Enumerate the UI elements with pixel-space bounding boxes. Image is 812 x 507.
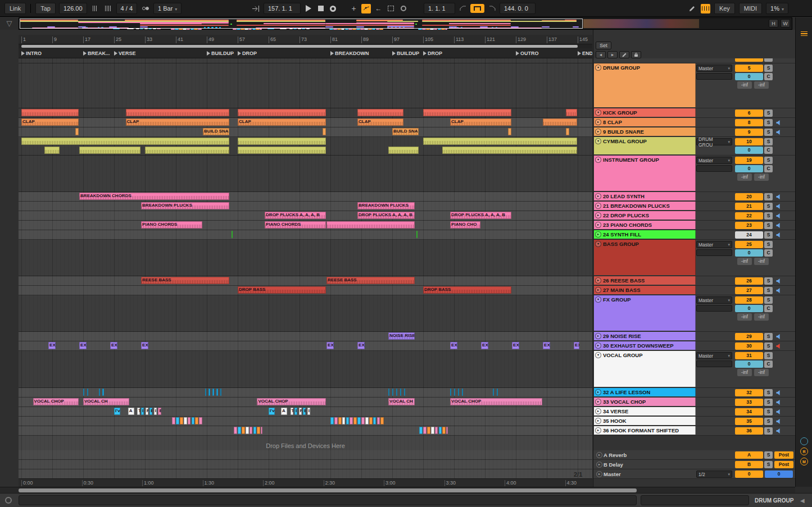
return-badge-box[interactable]: B: [735, 461, 763, 468]
track-name-area[interactable]: ▸26 REESE BASS: [594, 276, 696, 285]
loop-switch[interactable]: [470, 4, 484, 13]
clip-breakdown-chords[interactable]: BREAKDOWN CHORDS: [79, 193, 229, 200]
clip-vocal-chop[interactable]: VOCAL CHOP: [33, 398, 79, 405]
lane-cymbal-group[interactable]: [19, 137, 592, 156]
track-name-area[interactable]: ▸27 MAIN BASS: [594, 286, 696, 294]
send-a-box[interactable]: -inf: [737, 81, 752, 89]
clip[interactable]: [427, 427, 430, 434]
lane-33-vocal-chop[interactable]: VOCAL CHOPVOCAL CHVOCAL CHOPVOCAL CHVOCA…: [19, 398, 592, 407]
track-name-area[interactable]: ▸21 BREAKDOWN PLUCKS: [594, 202, 696, 210]
pan-box[interactable]: C: [764, 360, 773, 368]
clip[interactable]: [234, 427, 237, 434]
track-number-box[interactable]: 35: [735, 418, 763, 425]
output-channel-dropdown[interactable]: [696, 165, 732, 172]
clip[interactable]: [102, 389, 103, 396]
clip[interactable]: [442, 427, 446, 434]
clip[interactable]: [566, 109, 577, 116]
track-name-area[interactable]: ▸36 HOOK FORMANT SHIFTED: [594, 426, 696, 435]
clip-drop-bass[interactable]: DROP BASS: [423, 286, 511, 294]
track-number-box[interactable]: 31: [735, 352, 763, 359]
locator-end[interactable]: END: [578, 49, 592, 57]
clip-e[interactable]: E: [149, 408, 152, 415]
clip[interactable]: [176, 417, 179, 424]
output-routing-dropdown[interactable]: Master▾: [696, 65, 732, 72]
clip[interactable]: [21, 138, 229, 145]
clip-drop-plucks-a-a-a-b[interactable]: DROP PLUCKS A, A, A, B: [265, 212, 326, 219]
track-activator-speaker-icon[interactable]: [775, 287, 782, 294]
locator-drop[interactable]: DROP: [238, 49, 257, 57]
track-unfold-icon[interactable]: ▸: [595, 129, 601, 135]
output-routing-dropdown[interactable]: Master▾: [696, 241, 732, 248]
clip[interactable]: [195, 417, 198, 424]
track-activator-speaker-icon[interactable]: [775, 212, 782, 220]
clip[interactable]: [373, 417, 376, 424]
header-fx-group[interactable]: ▾FX GROUPMaster▾28S0C-inf-inf: [593, 295, 795, 332]
clip[interactable]: [357, 109, 403, 116]
lane-partial[interactable]: [19, 58, 592, 63]
group-fold-icon[interactable]: ▾: [595, 241, 601, 247]
locator-buildup[interactable]: BUILDUP: [207, 49, 234, 57]
clip-e[interactable]: E: [303, 408, 306, 415]
track-name-area[interactable]: ▾VOCAL GROUP: [594, 351, 696, 387]
clip-vocal-ch[interactable]: VOCAL CH: [83, 398, 129, 405]
clip[interactable]: [350, 417, 353, 424]
clip[interactable]: [212, 389, 214, 396]
clip-vocal-chop[interactable]: VOCAL CHOP: [257, 398, 326, 405]
computer-midi-keyboard-button[interactable]: [701, 4, 710, 13]
solo-button[interactable]: S: [764, 109, 773, 117]
track-name-area[interactable]: ▸35 HOOK: [594, 417, 696, 425]
track-activator-speaker-icon[interactable]: [775, 389, 782, 396]
clip[interactable]: [396, 389, 397, 396]
clip[interactable]: [392, 389, 393, 396]
clip-t[interactable]: T: [137, 408, 140, 415]
header-partial[interactable]: [593, 58, 795, 63]
send-a-box[interactable]: -inf: [737, 258, 752, 265]
locator-breakdown[interactable]: BREAKDOWN: [330, 49, 369, 57]
track-name-area[interactable]: ▸23 PIANO CHORDS: [594, 221, 696, 229]
track-number-box[interactable]: 19: [735, 157, 763, 164]
collapse-panel-arrow-icon[interactable]: ◀: [800, 497, 805, 504]
lane-32-a-life-lesson[interactable]: [19, 388, 592, 398]
returns-section-toggle[interactable]: R: [800, 447, 808, 455]
time-ruler[interactable]: 0:000:301:001:302:002:303:003:304:004:30: [19, 478, 592, 487]
clip[interactable]: [75, 128, 79, 135]
lane-27-main-bass[interactable]: DROP BASSDROP BASS: [19, 286, 592, 295]
track-number-box[interactable]: 33: [735, 399, 763, 406]
header-vocal-group[interactable]: ▾VOCAL GROUPMaster▾31S0C-inf-inf: [593, 351, 795, 388]
clip[interactable]: [205, 389, 206, 396]
track-number-box[interactable]: 21: [735, 203, 763, 210]
return-badge-box[interactable]: A: [735, 451, 763, 459]
header-33-vocal-chop[interactable]: ▸33 VOCAL CHOP33S: [593, 398, 795, 407]
clip[interactable]: [419, 427, 423, 434]
track-number-box[interactable]: 20: [735, 193, 763, 200]
clip[interactable]: [238, 109, 326, 116]
clip-ex[interactable]: EX: [481, 342, 488, 349]
output-channel-dropdown[interactable]: [696, 360, 732, 367]
lane-21-breakdown-plucks[interactable]: BREAKDOWN PLUCKSBREAKDOWN PLUCKS: [19, 202, 592, 211]
set-locator-button[interactable]: Set: [596, 42, 611, 49]
clip[interactable]: [99, 389, 100, 396]
solo-button[interactable]: S: [764, 461, 773, 468]
clip-ex[interactable]: EX: [512, 342, 519, 349]
track-name-area[interactable]: ▸20 LEAD SYNTH: [594, 192, 696, 200]
clip[interactable]: [238, 427, 241, 434]
track-name-area[interactable]: ▸24 SYNTH FILL: [594, 230, 696, 239]
clip-i[interactable]: I: [141, 408, 144, 415]
loop-brace-row[interactable]: [19, 44, 592, 48]
clip-ex[interactable]: EX: [574, 342, 579, 349]
solo-button[interactable]: S: [764, 129, 773, 136]
clip-build-sna[interactable]: BUILD SNA: [203, 128, 229, 135]
header-24-synth-fill[interactable]: ▸24 SYNTH FILL24S: [593, 230, 795, 240]
solo-button[interactable]: S: [764, 138, 773, 145]
header-instrument-group[interactable]: ▾INSTRUMENT GROUPMaster▾19S0C-inf-inf: [593, 156, 795, 192]
header-kick-group[interactable]: ▾KICK GROUP6S: [593, 108, 795, 118]
header-27-main-bass[interactable]: ▸27 MAIN BASS27S: [593, 286, 795, 295]
link-button[interactable]: Link: [4, 3, 26, 14]
clip[interactable]: [423, 109, 511, 116]
clip-piano-cho[interactable]: PIANO CHO: [450, 221, 480, 229]
track-activator-speaker-icon[interactable]: [775, 193, 782, 200]
clip[interactable]: [342, 417, 346, 424]
group-fold-icon[interactable]: ▾: [595, 157, 601, 163]
volume-box[interactable]: 0: [735, 360, 763, 368]
clip[interactable]: [431, 427, 434, 434]
